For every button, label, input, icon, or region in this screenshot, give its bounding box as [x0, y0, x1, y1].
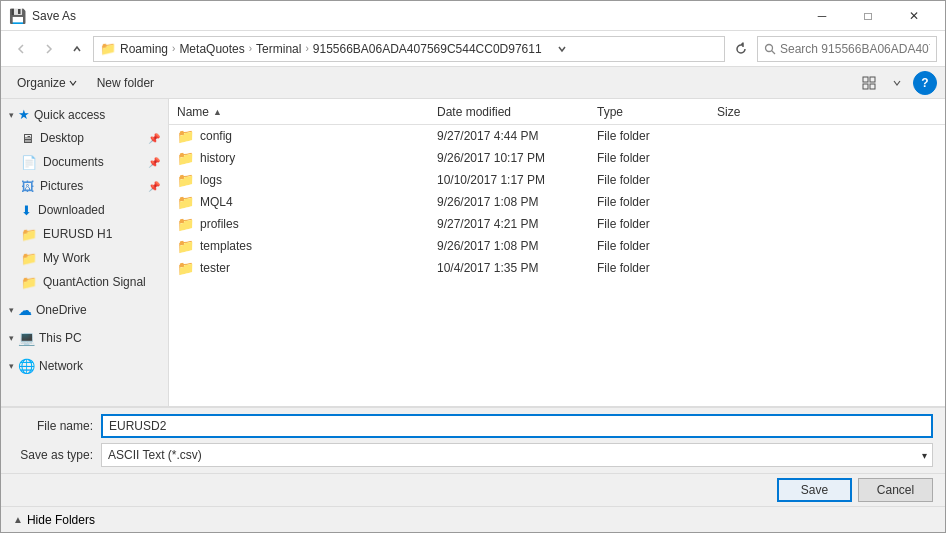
- sidebar-item-downloaded[interactable]: ⬇ Downloaded: [1, 198, 168, 222]
- eurusd-folder-icon: 📁: [21, 227, 37, 242]
- view-dropdown-button[interactable]: [885, 71, 909, 95]
- documents-icon: 📄: [21, 155, 37, 170]
- desktop-icon: 🖥: [21, 131, 34, 146]
- forward-button[interactable]: [37, 37, 61, 61]
- sidebar-work-label: My Work: [43, 251, 90, 265]
- save-button[interactable]: Save: [777, 478, 852, 502]
- savetype-select[interactable]: ASCII Text (*.csv) CSV (*.csv) All Files…: [101, 443, 933, 467]
- col-header-size[interactable]: Size: [717, 105, 797, 119]
- quick-access-chevron: ▾: [9, 110, 14, 120]
- svg-rect-2: [863, 77, 868, 82]
- close-button[interactable]: ✕: [891, 1, 937, 31]
- table-row[interactable]: 📁 MQL4 9/26/2017 1:08 PM File folder: [169, 191, 945, 213]
- quick-access-label: Quick access: [34, 108, 105, 122]
- svg-rect-3: [870, 77, 875, 82]
- col-header-date[interactable]: Date modified: [437, 105, 597, 119]
- hide-folders-bar[interactable]: ▲ Hide Folders: [1, 506, 945, 532]
- sidebar-downloaded-label: Downloaded: [38, 203, 105, 217]
- search-input[interactable]: [780, 42, 930, 56]
- search-box[interactable]: [757, 36, 937, 62]
- file-name: logs: [200, 173, 222, 187]
- sidebar: ▾ ★ Quick access 🖥 Desktop 📌 📄 Documents…: [1, 99, 169, 406]
- up-button[interactable]: [65, 37, 89, 61]
- file-folder-icon: 📁: [177, 238, 194, 254]
- maximize-button[interactable]: □: [845, 1, 891, 31]
- sidebar-item-quantaction[interactable]: 📁 QuantAction Signal: [1, 270, 168, 294]
- col-header-type[interactable]: Type: [597, 105, 717, 119]
- file-name: history: [200, 151, 235, 165]
- col-date-label: Date modified: [437, 105, 511, 119]
- col-size-label: Size: [717, 105, 740, 119]
- file-date: 10/10/2017 1:17 PM: [437, 173, 597, 187]
- cancel-button[interactable]: Cancel: [858, 478, 933, 502]
- table-row[interactable]: 📁 logs 10/10/2017 1:17 PM File folder: [169, 169, 945, 191]
- table-row[interactable]: 📁 tester 10/4/2017 1:35 PM File folder: [169, 257, 945, 279]
- breadcrumb-id[interactable]: 915566BA06ADA407569C544CC0D97611: [313, 42, 542, 56]
- file-date: 9/26/2017 1:08 PM: [437, 239, 597, 253]
- filename-label: File name:: [13, 419, 93, 433]
- breadcrumb-bar[interactable]: 📁 Roaming › MetaQuotes › Terminal › 9155…: [93, 36, 725, 62]
- table-row[interactable]: 📁 templates 9/26/2017 1:08 PM File folde…: [169, 235, 945, 257]
- organize-button[interactable]: Organize: [9, 71, 85, 95]
- view-button[interactable]: [857, 71, 881, 95]
- hide-folders-label: Hide Folders: [27, 513, 95, 527]
- network-section: ▾ 🌐 Network: [1, 354, 168, 378]
- new-folder-button[interactable]: New folder: [89, 71, 162, 95]
- network-icon: 🌐: [18, 358, 35, 374]
- refresh-button[interactable]: [729, 37, 753, 61]
- sidebar-header-network[interactable]: ▾ 🌐 Network: [1, 354, 168, 378]
- file-folder-icon: 📁: [177, 128, 194, 144]
- file-type: File folder: [597, 261, 717, 275]
- sidebar-header-this-pc[interactable]: ▾ 💻 This PC: [1, 326, 168, 350]
- breadcrumb-folder-icon: 📁: [100, 41, 116, 56]
- window-title: Save As: [32, 9, 76, 23]
- breadcrumb-dropdown-button[interactable]: [550, 37, 574, 61]
- breadcrumb-metaquotes[interactable]: MetaQuotes: [179, 42, 244, 56]
- this-pc-icon: 💻: [18, 330, 35, 346]
- breadcrumb-roaming[interactable]: Roaming: [120, 42, 168, 56]
- buttons-row: Save Cancel: [1, 473, 945, 506]
- file-list-header: Name ▲ Date modified Type Size: [169, 99, 945, 125]
- table-row[interactable]: 📁 config 9/27/2017 4:44 PM File folder: [169, 125, 945, 147]
- sidebar-item-eurusd[interactable]: 📁 EURUSD H1: [1, 222, 168, 246]
- hide-folders-chevron: ▲: [13, 514, 23, 525]
- svg-rect-4: [863, 84, 868, 89]
- savetype-label: Save as type:: [13, 448, 93, 462]
- minimize-button[interactable]: ─: [799, 1, 845, 31]
- sidebar-item-pictures[interactable]: 🖼 Pictures 📌: [1, 174, 168, 198]
- this-pc-chevron: ▾: [9, 333, 14, 343]
- file-date: 9/27/2017 4:21 PM: [437, 217, 597, 231]
- work-folder-icon: 📁: [21, 251, 37, 266]
- help-button[interactable]: ?: [913, 71, 937, 95]
- window-icon: 💾: [9, 8, 26, 24]
- title-bar-controls: ─ □ ✕: [799, 1, 937, 31]
- file-type: File folder: [597, 217, 717, 231]
- new-folder-label: New folder: [97, 76, 154, 90]
- address-bar: 📁 Roaming › MetaQuotes › Terminal › 9155…: [1, 31, 945, 67]
- table-row[interactable]: 📁 history 9/26/2017 10:17 PM File folder: [169, 147, 945, 169]
- download-icon: ⬇: [21, 203, 32, 218]
- file-name: MQL4: [200, 195, 233, 209]
- sidebar-header-quick-access[interactable]: ▾ ★ Quick access: [1, 103, 168, 126]
- sidebar-header-onedrive[interactable]: ▾ ☁ OneDrive: [1, 298, 168, 322]
- pin-icon-documents: 📌: [148, 157, 160, 168]
- svg-line-1: [772, 50, 776, 54]
- savetype-wrapper: ASCII Text (*.csv) CSV (*.csv) All Files…: [101, 443, 933, 467]
- sidebar-eurusd-label: EURUSD H1: [43, 227, 112, 241]
- back-button[interactable]: [9, 37, 33, 61]
- file-folder-icon: 📁: [177, 194, 194, 210]
- this-pc-label: This PC: [39, 331, 82, 345]
- col-header-name[interactable]: Name ▲: [177, 105, 437, 119]
- sidebar-item-work[interactable]: 📁 My Work: [1, 246, 168, 270]
- network-label: Network: [39, 359, 83, 373]
- filename-input[interactable]: [101, 414, 933, 438]
- table-row[interactable]: 📁 profiles 9/27/2017 4:21 PM File folder: [169, 213, 945, 235]
- file-name: config: [200, 129, 232, 143]
- file-name: templates: [200, 239, 252, 253]
- sidebar-item-desktop[interactable]: 🖥 Desktop 📌: [1, 126, 168, 150]
- organize-label: Organize: [17, 76, 66, 90]
- file-date: 9/26/2017 1:08 PM: [437, 195, 597, 209]
- sidebar-item-documents[interactable]: 📄 Documents 📌: [1, 150, 168, 174]
- savetype-row: Save as type: ASCII Text (*.csv) CSV (*.…: [13, 443, 933, 467]
- breadcrumb-terminal[interactable]: Terminal: [256, 42, 301, 56]
